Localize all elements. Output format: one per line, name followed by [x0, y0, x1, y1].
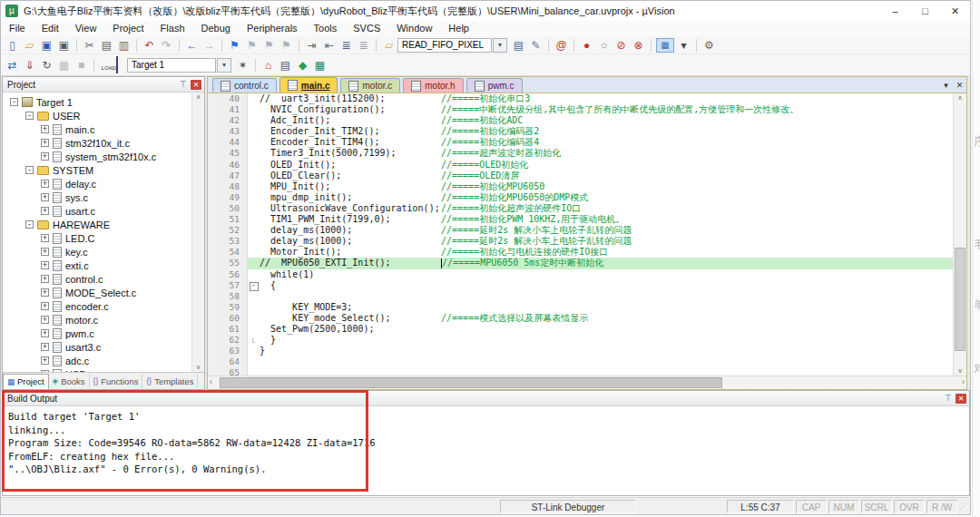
panel-tab-functions[interactable]: {}Functions	[90, 374, 143, 388]
tree-item-encoder.c[interactable]: +encoder.c	[3, 299, 204, 313]
expand-icon[interactable]: +	[41, 288, 49, 297]
find-dropdown-icon[interactable]: ▾	[493, 38, 507, 53]
nav-back-icon[interactable]: ←	[184, 38, 200, 53]
menu-item-edit[interactable]: Edit	[34, 21, 67, 36]
find-input[interactable]: READ_FIFO_PIXEL	[397, 38, 492, 53]
tree-item-system_stm32f10x.c[interactable]: +system_stm32f10x.c	[3, 150, 204, 163]
menu-item-svcs[interactable]: SVCS	[345, 21, 388, 36]
comment-icon[interactable]: ≣	[338, 38, 354, 53]
tab-list-icon[interactable]: ▾	[939, 81, 953, 90]
target-select[interactable]: Target 1	[127, 58, 216, 73]
paste-icon[interactable]: ▥	[116, 38, 132, 53]
undo-icon[interactable]: ↶	[142, 38, 157, 53]
configure-icon[interactable]: ⚙	[701, 38, 717, 53]
expand-icon[interactable]: +	[41, 180, 49, 188]
find-symbol-icon[interactable]: @	[554, 38, 569, 53]
minimize-button[interactable]: –	[880, 2, 910, 20]
editor-vertical-scrollbar[interactable]: ∧ ∨	[953, 93, 966, 376]
panel-tab-templates[interactable]: {}Templates	[142, 374, 198, 388]
scroll-down-icon[interactable]: ∨	[954, 367, 966, 375]
build-icon[interactable]: ⇓	[22, 58, 37, 73]
editor-close-icon[interactable]: ✕	[953, 81, 966, 90]
incremental-find-icon[interactable]: ✎	[528, 38, 544, 53]
options-for-target-icon[interactable]: ✶	[235, 58, 250, 73]
batch-build-icon[interactable]: ▦	[56, 58, 72, 73]
editor-tab-motor.c[interactable]: motor.c	[340, 78, 400, 93]
expand-icon[interactable]: +	[41, 248, 49, 256]
expand-icon[interactable]: +	[41, 193, 49, 201]
tree-item-motor.c[interactable]: +motor.c	[3, 313, 204, 327]
editor-tab-motor.h[interactable]: motor.h	[403, 78, 463, 93]
resize-grip[interactable]: ⋰	[959, 500, 970, 513]
copy-icon[interactable]: ▤	[99, 38, 114, 53]
close-button[interactable]: ✕	[940, 2, 970, 20]
scroll-left-icon[interactable]: ‹	[210, 376, 212, 388]
expand-icon[interactable]: +	[41, 316, 49, 324]
download-icon[interactable]: LOAD	[100, 57, 120, 73]
tree-item-system[interactable]: -SYSTEM	[3, 163, 204, 177]
fold-collapse-icon[interactable]: -	[250, 282, 259, 291]
scroll-up-icon[interactable]: ∧	[954, 94, 966, 102]
cut-icon[interactable]: ✂	[82, 38, 97, 53]
tree-item-pwm.c[interactable]: +pwm.c	[3, 327, 204, 340]
tree-item-delay.c[interactable]: +delay.c	[3, 177, 204, 190]
pin-icon[interactable]: ⊤	[178, 79, 189, 90]
scroll-up-icon[interactable]: ∧	[192, 93, 204, 101]
project-close-icon[interactable]: ✕	[191, 80, 201, 90]
panel-tab-books[interactable]: ◈Books	[49, 374, 90, 388]
expand-icon[interactable]: +	[41, 234, 49, 242]
open-folder-icon[interactable]: ▱	[22, 38, 37, 53]
save-all-icon[interactable]: ▣	[56, 38, 72, 53]
debug-windows-icon[interactable]: ▦	[656, 38, 674, 53]
file-extensions-icon[interactable]: ▤	[278, 58, 293, 73]
tree-item-target 1[interactable]: -Target 1	[3, 95, 204, 109]
insert-breakpoint-icon[interactable]: ●	[579, 38, 594, 53]
debug-windows-dropdown-icon[interactable]: ▾	[676, 38, 691, 53]
tree-item-key.c[interactable]: +key.c	[3, 245, 204, 258]
expand-icon[interactable]: +	[41, 125, 49, 133]
scroll-right-icon[interactable]: ›	[962, 376, 965, 388]
menu-item-project[interactable]: Project	[104, 21, 152, 36]
expand-icon[interactable]: +	[41, 302, 49, 310]
editor-tab-control.c[interactable]: control.c	[212, 78, 277, 93]
menu-item-flash[interactable]: Flash	[152, 21, 193, 36]
editor-horizontal-scrollbar[interactable]: ‹ ›	[208, 376, 966, 389]
clear-bookmarks-icon[interactable]: ⚑	[279, 38, 294, 53]
expand-icon[interactable]: +	[41, 261, 49, 269]
editor-tab-pwm.c[interactable]: pwm.c	[466, 78, 523, 93]
expand-icon[interactable]: +	[41, 207, 49, 215]
stop-build-icon[interactable]: ■	[74, 58, 89, 73]
enable-breakpoint-icon[interactable]: ○	[596, 38, 612, 53]
expand-icon[interactable]: +	[41, 152, 49, 161]
tree-item-usart.c[interactable]: +usart.c	[3, 204, 204, 218]
manage-books-icon[interactable]: ▦	[312, 58, 328, 73]
pack-installer-icon[interactable]: ◆	[295, 58, 310, 73]
code-area[interactable]: 40// uart3_init(115200);//=====初始化串口341 …	[208, 93, 953, 376]
menu-item-debug[interactable]: Debug	[193, 21, 239, 36]
outdent-icon[interactable]: ⇤	[321, 38, 337, 53]
maximize-button[interactable]: □	[910, 2, 940, 20]
find-in-files-icon[interactable]: ▤	[511, 38, 526, 53]
expand-icon[interactable]: +	[41, 343, 49, 351]
menu-item-file[interactable]: File	[1, 21, 34, 36]
save-icon[interactable]: ▣	[39, 38, 54, 53]
prev-bookmark-icon[interactable]: ⚑	[244, 38, 260, 53]
disable-all-breakpoints-icon[interactable]: ⊘	[613, 38, 629, 53]
nav-forward-icon[interactable]: →	[201, 38, 217, 53]
tree-item-exti.c[interactable]: +exti.c	[3, 258, 204, 272]
new-file-icon[interactable]: ▯	[5, 38, 20, 53]
menu-item-help[interactable]: Help	[440, 21, 477, 36]
tree-item-main.c[interactable]: +main.c	[3, 122, 204, 136]
scroll-down-icon[interactable]: ∨	[192, 364, 204, 371]
editor-tab-main.c[interactable]: main.c	[279, 77, 338, 93]
expand-icon[interactable]: +	[41, 329, 49, 337]
expand-icon[interactable]: +	[41, 275, 49, 283]
project-tree-scrollbar[interactable]: ∧ ∨	[191, 93, 204, 372]
expand-icon[interactable]: +	[41, 370, 49, 372]
collapse-icon[interactable]: -	[25, 112, 34, 120]
tree-item-led.c[interactable]: +LED.C	[3, 231, 204, 245]
tree-item-control.c[interactable]: +control.c	[3, 272, 204, 286]
build-output-log[interactable]: Build target 'Target 1'linking...Program…	[3, 406, 969, 495]
menu-item-view[interactable]: View	[67, 21, 105, 36]
build-output-close-icon[interactable]: ✕	[956, 394, 966, 404]
